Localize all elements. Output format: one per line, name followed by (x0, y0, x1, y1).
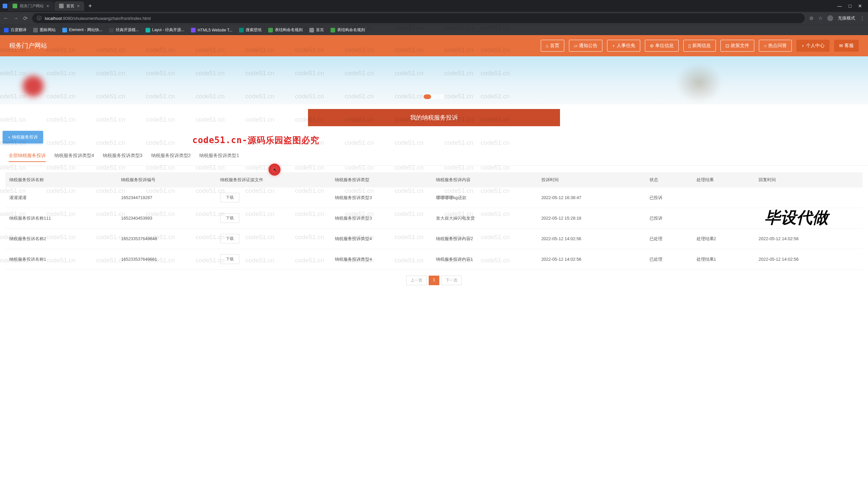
close-window-button[interactable]: ✕ (858, 3, 862, 9)
minimize-button[interactable]: — (837, 3, 842, 9)
address-bar: ← → ⟳ ⓘ localhost:8080/shuiwumenhuwangzh… (0, 12, 868, 25)
carousel-indicators (423, 94, 445, 100)
nav-label: 热点问答 (768, 43, 787, 49)
table-cell: 2022-05-12 14:02:56 (537, 229, 646, 249)
back-button[interactable]: ← (3, 15, 9, 21)
tab-title: 首页 (66, 3, 74, 9)
reload-button[interactable]: ⟳ (23, 15, 28, 22)
bookmark-item[interactable]: 图标网站 (33, 27, 56, 33)
nav-icon: ♀ (801, 43, 805, 48)
type-tab-1[interactable]: 纳税服务投诉类型4 (54, 153, 94, 162)
bookmark-item[interactable]: Element - 网站快... (62, 27, 102, 33)
new-tab-button[interactable]: + (85, 3, 95, 10)
nav-item-1[interactable]: ▱通知公告 (569, 40, 602, 52)
main-nav: ⌂首页▱通知公告♀人事任免⊜单位信息▯新闻信息⊡政策文件○热点问答♀个人中心✉客… (541, 40, 859, 52)
carousel-dot-3[interactable] (438, 94, 444, 99)
profile-avatar-icon[interactable] (827, 15, 833, 21)
close-icon[interactable]: × (46, 3, 49, 9)
nav-item-2[interactable]: ♀人事任免 (607, 40, 641, 52)
close-icon[interactable]: × (77, 3, 80, 9)
browser-tab-1[interactable]: 税务门户网站 × (8, 1, 54, 11)
table-cell: 处理结果2 (692, 229, 754, 249)
download-button[interactable]: 下载 (220, 254, 239, 264)
table-cell: 已投诉 (646, 208, 692, 229)
table-cell: 纳税服务投诉内容2 (432, 229, 537, 249)
table-cell: 下载 (216, 249, 331, 270)
nav-item-8[interactable]: ✉客服 (834, 40, 859, 52)
nav-icon: ♀ (612, 43, 616, 48)
type-tab-3[interactable]: 纳税服务投诉类型2 (151, 153, 191, 162)
table-cell: 发大叔大婶闪电发货 (432, 208, 537, 229)
bookmark-item[interactable]: 首页 (309, 27, 324, 33)
watermark-text: code51.cn (196, 116, 225, 123)
complaints-table: 纳税服务投诉名称纳税服务投诉编号纳税服务投诉证据文件纳税服务投诉类型纳税服务投诉… (5, 172, 863, 270)
download-button[interactable]: 下载 (220, 193, 239, 202)
bookmark-item[interactable]: 搜索壁纸 (239, 27, 261, 33)
bookmark-star-icon[interactable]: ☆ (818, 15, 823, 21)
nav-item-7[interactable]: ♀个人中心 (796, 40, 830, 52)
page-1-button[interactable]: 1 (429, 276, 440, 285)
table-cell: 处理结果1 (692, 249, 754, 270)
column-header: 纳税服务投诉内容 (432, 172, 537, 188)
table-cell (754, 188, 863, 208)
nav-item-4[interactable]: ▯新闻信息 (683, 40, 716, 52)
nav-label: 个人中心 (806, 43, 825, 49)
carousel-dot-1[interactable] (424, 94, 431, 99)
nav-item-3[interactable]: ⊜单位信息 (645, 40, 679, 52)
column-header: 投诉时间 (537, 172, 646, 188)
bookmark-item[interactable]: 经典开源模... (109, 27, 139, 33)
nav-icon: ⊡ (725, 43, 730, 48)
nav-icon: ▯ (688, 43, 691, 48)
table-cell: 已投诉 (646, 188, 692, 208)
forward-button[interactable]: → (13, 15, 19, 21)
table-cell: 纳税服务投诉类型4 (331, 249, 432, 270)
watermark-text: code51.cn (46, 116, 75, 123)
tab-title: 税务门户网站 (20, 3, 44, 9)
bookmark-item[interactable]: 表结构命名规则 (331, 27, 365, 33)
table-cell: 165233537649661 (117, 249, 216, 270)
bookmark-item[interactable]: 百度翻译 (4, 27, 27, 33)
nav-label: 新闻信息 (692, 43, 711, 49)
next-page-button[interactable]: 下一页 (441, 276, 462, 285)
info-icon[interactable]: ⓘ (37, 15, 41, 21)
table-cell: 1652340453993 (117, 208, 216, 229)
bookmark-item[interactable]: Layui - 经典开源... (146, 27, 184, 33)
nav-icon: ○ (764, 43, 767, 48)
incognito-icon: ⊘ (809, 15, 814, 21)
prev-page-button[interactable]: 上一页 (406, 276, 427, 285)
nav-label: 政策文件 (731, 43, 749, 49)
table-cell: 下载 (216, 188, 331, 208)
site-title: 税务门户网站 (9, 41, 47, 50)
download-button[interactable]: 下载 (220, 234, 239, 243)
table-row: 纳税服务投诉名称1165233537649661下载纳税服务投诉类型4纳税服务投… (5, 249, 863, 270)
bookmark-item[interactable]: HTML5 Website T... (191, 28, 232, 32)
table-cell: 1652344719287 (117, 188, 216, 208)
type-tab-4[interactable]: 纳税服务投诉类型1 (199, 153, 239, 162)
table-cell: 纳税服务投诉类型4 (331, 229, 432, 249)
nav-item-5[interactable]: ⊡政策文件 (720, 40, 754, 52)
menu-icon[interactable]: ⋮ (860, 15, 865, 21)
add-complaint-button[interactable]: + 纳税服务投诉 (3, 131, 43, 143)
nav-item-6[interactable]: ○热点问答 (759, 40, 792, 52)
plus-icon: + (8, 135, 10, 140)
table-cell: 纳税服务投诉名称1 (5, 249, 117, 270)
download-button[interactable]: 下载 (220, 213, 239, 223)
maximize-button[interactable]: □ (849, 3, 851, 9)
table-cell: 2022-05-12 14:02:56 (537, 249, 646, 270)
type-tab-2[interactable]: 纳税服务投诉类型3 (103, 153, 143, 162)
nav-item-0[interactable]: ⌂首页 (541, 40, 564, 52)
nav-label: 客服 (844, 43, 854, 49)
url-input[interactable]: ⓘ localhost:8080/shuiwumenhuwangzhan/fro… (32, 13, 805, 23)
carousel-dot-2[interactable] (432, 94, 438, 99)
site-header: 税务门户网站 ⌂首页▱通知公告♀人事任免⊜单位信息▯新闻信息⊡政策文件○热点问答… (0, 35, 868, 56)
watermark-text: code51.cn (245, 116, 275, 123)
column-header: 纳税服务投诉名称 (5, 172, 117, 188)
bookmark-item[interactable]: 表结构命名规则 (268, 27, 303, 33)
browser-tab-2[interactable]: 首页 × (54, 1, 84, 11)
pagination: 上一页 1 下一页 (0, 270, 868, 291)
incognito-label: 无痕模式 (838, 15, 855, 21)
table-cell: 下载 (216, 208, 331, 229)
type-tab-0[interactable]: 全部纳税服务投诉 (9, 153, 46, 162)
bookmarks-bar: 百度翻译 图标网站 Element - 网站快... 经典开源模... Layu… (0, 25, 868, 35)
nav-icon: ▱ (574, 43, 578, 48)
